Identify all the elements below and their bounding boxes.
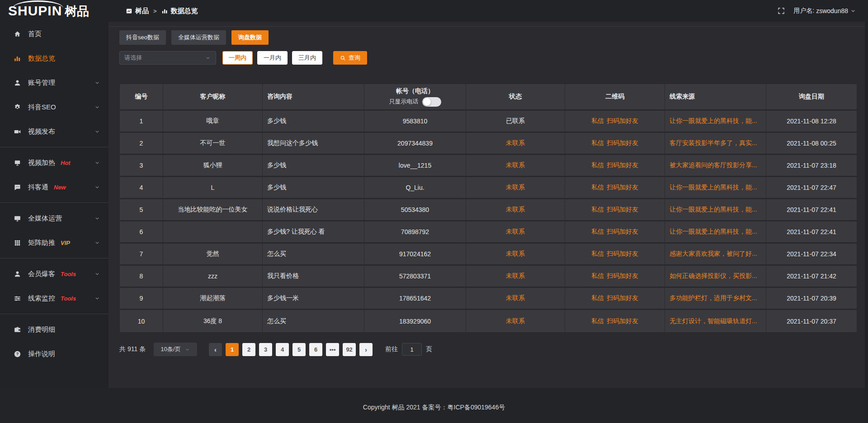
cell-nick: L (163, 177, 263, 198)
cell-status: 未联系 (466, 310, 565, 332)
goto-page-input[interactable] (402, 343, 422, 356)
heat-icon (14, 159, 21, 167)
fullscreen-icon[interactable] (777, 7, 785, 15)
source-link[interactable]: 让你一眼就爱上的黑科技，能... (670, 206, 757, 214)
cell-idx: 4 (120, 177, 163, 198)
sidebar-item-douyin-seo[interactable]: 抖音SEO (0, 95, 108, 119)
breadcrumb-item-data-overview[interactable]: 数据总览 (161, 7, 198, 15)
sidebar-item-member-baoke[interactable]: 会员爆客Tools (0, 262, 108, 286)
table-row: 7觉然怎么买917024162未联系私信扫码加好友感谢大家喜欢我家，被问了好..… (120, 244, 857, 266)
chevron-down-icon (94, 160, 100, 166)
source-link[interactable]: 多功能护栏灯，适用于乡村文... (670, 294, 757, 302)
sidebar-item-label: 操作说明 (28, 350, 55, 358)
tab-media-ops-data[interactable]: 全媒体运营数据 (171, 30, 226, 45)
prev-page-button[interactable]: ‹ (209, 343, 222, 356)
sidebar-item-matrix-boost[interactable]: 矩阵助推VIP (0, 230, 108, 255)
sidebar-item-douketong[interactable]: 抖客通New (0, 175, 108, 199)
qr-link[interactable]: 私信 (591, 206, 604, 214)
search-button[interactable]: 查询 (333, 51, 367, 65)
qr-link[interactable]: 私信 (591, 317, 604, 325)
qr-link[interactable]: 扫码加好友 (607, 272, 638, 280)
source-link[interactable]: 客厅安装投影半年多了，真实... (670, 139, 757, 147)
search-icon (340, 55, 346, 61)
user-menu[interactable]: 用户名: zswodun88 (793, 7, 856, 15)
page-size-select[interactable]: 10条/页 (154, 343, 197, 356)
page-button-5[interactable]: 5 (292, 343, 306, 356)
sidebar-item-account-manage[interactable]: 账号管理 (0, 70, 108, 95)
phone-only-toggle[interactable] (422, 97, 441, 107)
chart-icon (14, 55, 21, 62)
source-link[interactable]: 让你一眼就爱上的黑科技，能... (670, 183, 757, 192)
sidebar-item-home[interactable]: 首页 (0, 22, 108, 46)
breadcrumb-item-shupin[interactable]: 树品 (126, 7, 149, 15)
range-one-week[interactable]: 一周内 (222, 51, 253, 65)
cell-content: 我只看价格 (263, 266, 364, 287)
cell-source: 让你一眼就爱上的黑科技，能... (665, 111, 766, 132)
qr-link[interactable]: 扫码加好友 (607, 139, 638, 147)
sidebar-item-data-overview[interactable]: 数据总览 (0, 46, 108, 70)
qr-link[interactable]: 扫码加好友 (607, 206, 638, 214)
range-three-month[interactable]: 三月内 (292, 51, 322, 65)
sidebar-item-help[interactable]: ?操作说明 (0, 342, 108, 366)
qr-link[interactable]: 私信 (591, 228, 604, 236)
brand-logo-cn: 树品 (65, 5, 89, 18)
page-button-92[interactable]: 92 (343, 343, 356, 356)
sidebar-item-video-publish[interactable]: 视频发布 (0, 119, 108, 144)
page-button-1[interactable]: 1 (226, 343, 239, 356)
qr-link[interactable]: 私信 (591, 161, 604, 169)
qr-link[interactable]: 私信 (591, 294, 604, 302)
qr-link[interactable]: 扫码加好友 (607, 117, 638, 125)
sidebar-item-video-heat[interactable]: 视频加热Hot (0, 150, 108, 175)
source-link[interactable]: 让你一眼就爱上的黑科技，能... (670, 228, 757, 236)
table-row: 3狐小狸多少钱love__1215未联系私信扫码加好友被大家追着问的客厅投影分享… (120, 155, 857, 177)
col-header-date: 询盘日期 (766, 84, 857, 109)
source-link[interactable]: 被大家追着问的客厅投影分享... (670, 161, 757, 169)
svg-text:?: ? (16, 352, 19, 356)
sidebar-item-label: 消费明细 (28, 325, 55, 334)
page-button-6[interactable]: 6 (309, 343, 322, 356)
qr-link[interactable]: 扫码加好友 (607, 250, 638, 258)
filter-select[interactable]: 请选择 (119, 51, 216, 65)
scrollbar-track[interactable] (865, 0, 868, 423)
source-link[interactable]: 无主灯设计，智能磁吸轨道灯... (670, 317, 757, 325)
qr-link[interactable]: 扫码加好友 (607, 294, 638, 302)
page-button-3[interactable]: 3 (259, 343, 272, 356)
source-link[interactable]: 如何正确选择投影仪，买投影... (670, 272, 757, 280)
page-ellipsis[interactable]: ••• (326, 343, 339, 356)
qr-link[interactable]: 私信 (591, 139, 604, 147)
qr-link[interactable]: 扫码加好友 (607, 317, 638, 325)
cell-qr: 私信扫码加好友 (565, 155, 665, 176)
qr-link[interactable]: 私信 (591, 272, 604, 280)
badge-tools: Tools (61, 295, 76, 302)
sidebar-item-clue-monitor[interactable]: 线索监控Tools (0, 286, 108, 310)
cell-idx: 3 (120, 155, 163, 176)
sidebar-item-consume-detail[interactable]: 消费明细 (0, 317, 108, 342)
page-button-2[interactable]: 2 (242, 343, 255, 356)
sidebar-item-label: 抖音SEO (28, 103, 56, 112)
cell-date: 2021-11-07 22:41 (766, 221, 857, 242)
tab-douyin-seo-data[interactable]: 抖音seo数据 (119, 30, 166, 45)
username-value: zswodun88 (816, 7, 848, 14)
sidebar-divider (0, 202, 108, 203)
qr-link[interactable]: 私信 (591, 250, 604, 258)
page-button-4[interactable]: 4 (276, 343, 289, 356)
chevron-down-icon (94, 271, 100, 277)
next-page-button[interactable]: › (359, 343, 373, 356)
source-link[interactable]: 感谢大家喜欢我家，被问了好... (670, 250, 757, 258)
cell-phone: 917024162 (364, 244, 466, 264)
sidebar-item-media-ops[interactable]: 全媒体运营 (0, 206, 108, 230)
cell-idx: 9 (120, 288, 163, 309)
cell-status: 未联系 (466, 288, 565, 309)
qr-link[interactable]: 扫码加好友 (607, 183, 638, 192)
cell-content: 怎么买 (263, 244, 364, 264)
qr-link[interactable]: 扫码加好友 (607, 228, 638, 236)
tab-inquiry-data[interactable]: 询盘数据 (231, 30, 269, 45)
qr-link[interactable]: 私信 (591, 117, 604, 125)
cell-phone: 2097344839 (364, 133, 466, 154)
range-one-month[interactable]: 一月内 (257, 51, 288, 65)
source-link[interactable]: 让你一眼就爱上的黑科技，能... (670, 117, 757, 125)
qr-link[interactable]: 扫码加好友 (607, 161, 638, 169)
status-text: 已联系 (506, 117, 525, 125)
qr-link[interactable]: 私信 (591, 183, 604, 192)
badge-tools: Tools (61, 271, 76, 277)
